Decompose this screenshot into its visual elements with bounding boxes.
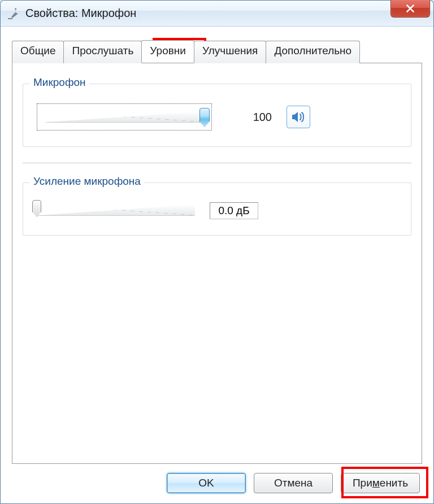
ok-button[interactable]: OK: [167, 473, 246, 493]
slider-thumb[interactable]: [32, 200, 41, 217]
microphone-boost-slider[interactable]: [37, 202, 195, 219]
tab-listen[interactable]: Прослушать: [63, 41, 142, 63]
dialog-buttons: OK Отмена Применить: [12, 464, 422, 493]
tab-advanced[interactable]: Дополнительно: [266, 41, 360, 63]
microphone-volume-value: 100: [227, 111, 272, 124]
svg-rect-0: [8, 18, 12, 19]
microphone-boost-group: Усиление микрофона 0.0 дБ: [23, 183, 411, 236]
apply-button[interactable]: Применить: [341, 473, 420, 493]
microphone-boost-group-label: Усиление микрофона: [30, 175, 144, 188]
titlebar[interactable]: Свойства: Микрофон: [1, 1, 433, 27]
slider-track-shape: [37, 205, 195, 216]
cancel-button[interactable]: Отмена: [254, 473, 333, 493]
properties-window: Свойства: Микрофон Общие Прослушать Уров…: [0, 0, 434, 504]
mute-button[interactable]: [287, 106, 310, 128]
speaker-icon: [291, 111, 306, 123]
microphone-icon: [6, 7, 20, 20]
slider-track-shape: [45, 111, 205, 123]
close-button[interactable]: [390, 0, 430, 18]
microphone-group-label: Микрофон: [30, 76, 89, 89]
microphone-group: Микрофон 100: [23, 84, 411, 147]
microphone-volume-slider[interactable]: [37, 103, 212, 131]
tab-enhancements[interactable]: Улучшения: [194, 41, 267, 63]
window-title: Свойства: Микрофон: [25, 7, 136, 20]
slider-thumb[interactable]: [199, 108, 210, 127]
tab-general[interactable]: Общие: [12, 41, 64, 63]
tab-panel-levels: Микрофон 100: [12, 63, 422, 464]
tabstrip: Общие Прослушать Уровни Улучшения Дополн…: [12, 40, 422, 63]
client-area: Общие Прослушать Уровни Улучшения Дополн…: [1, 27, 433, 503]
microphone-boost-value: 0.0 дБ: [210, 202, 258, 219]
tab-levels[interactable]: Уровни: [141, 40, 194, 63]
close-icon: [405, 3, 415, 14]
separator: [23, 163, 411, 163]
